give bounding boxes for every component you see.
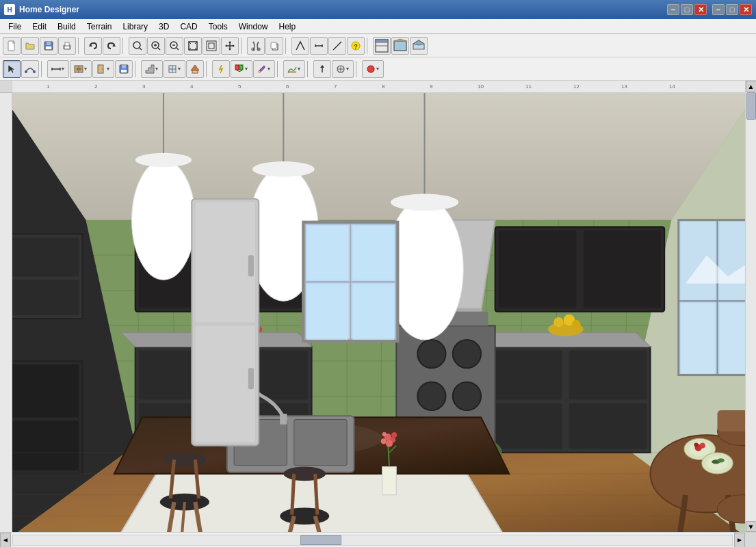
scroll-thumb-vertical[interactable] <box>746 92 756 120</box>
electrical-button[interactable] <box>212 60 230 78</box>
svg-rect-40 <box>394 41 406 51</box>
save-button[interactable] <box>40 37 57 55</box>
svg-rect-63 <box>192 70 198 73</box>
scroll-track-horizontal[interactable] <box>12 535 733 546</box>
scroll-track-vertical[interactable] <box>746 92 756 521</box>
svg-marker-62 <box>191 65 199 70</box>
stairs-button[interactable]: ▼ <box>141 60 163 78</box>
undo-button[interactable] <box>84 37 102 55</box>
move-up-button[interactable] <box>313 60 331 78</box>
svg-point-188 <box>135 153 192 168</box>
zoom-fit-button[interactable] <box>203 37 220 55</box>
separator-4 <box>285 38 289 54</box>
separator-1 <box>78 38 82 54</box>
arrow-button[interactable] <box>291 37 309 55</box>
measure-button[interactable] <box>310 37 328 55</box>
scroll-up-button[interactable]: ▲ <box>746 81 757 92</box>
svg-rect-199 <box>307 226 348 280</box>
elevation-button[interactable] <box>391 37 409 55</box>
svg-rect-2 <box>47 42 51 45</box>
svg-rect-57 <box>122 65 126 68</box>
cabinet-button[interactable]: ▼ <box>70 60 92 78</box>
menu-edit[interactable]: Edit <box>27 21 52 33</box>
menu-window[interactable]: Window <box>233 21 274 33</box>
svg-point-52 <box>77 68 78 70</box>
minimize-button[interactable]: − <box>712 4 725 15</box>
pan-button[interactable] <box>221 37 239 55</box>
menu-bar: File Edit Build Terrain Library 3D CAD T… <box>0 19 756 34</box>
menu-build[interactable]: Build <box>52 21 81 33</box>
svg-rect-108 <box>681 303 716 373</box>
zoom-in-button[interactable] <box>147 37 165 55</box>
svg-rect-123 <box>499 230 576 308</box>
zoom-out-button[interactable] <box>166 37 183 55</box>
svg-point-191 <box>252 161 315 177</box>
svg-rect-101 <box>12 421 79 470</box>
inner-maximize-button[interactable]: □ <box>681 4 693 15</box>
window-tool-button[interactable]: ▼ <box>164 60 185 78</box>
print-button[interactable] <box>58 37 76 55</box>
svg-point-215 <box>694 443 698 447</box>
open-button[interactable] <box>21 37 39 55</box>
svg-point-145 <box>553 317 563 327</box>
menu-3d[interactable]: 3D <box>153 21 174 33</box>
scroll-right-button[interactable]: ► <box>734 533 745 548</box>
canvas-area[interactable]: 1 2 3 4 5 6 7 8 9 10 11 12 13 14 <box>12 81 745 532</box>
svg-rect-124 <box>584 230 661 308</box>
svg-rect-163 <box>382 467 397 495</box>
svg-marker-72 <box>12 93 745 220</box>
svg-point-187 <box>132 160 196 280</box>
3d-scene: SM <box>12 93 745 532</box>
svg-rect-202 <box>352 284 394 339</box>
svg-point-151 <box>453 340 481 368</box>
scroll-down-button[interactable]: ▼ <box>746 521 757 532</box>
record-button[interactable]: ▼ <box>362 60 384 78</box>
menu-terrain[interactable]: Terrain <box>81 21 118 33</box>
select-tool-button[interactable] <box>3 60 21 78</box>
svg-rect-139 <box>484 350 562 399</box>
transform-button[interactable]: ▼ <box>332 60 354 78</box>
line-button[interactable] <box>328 37 346 55</box>
scroll-thumb-horizontal[interactable] <box>300 535 341 545</box>
save-tool-button[interactable] <box>115 60 133 78</box>
menu-help[interactable]: Help <box>273 21 301 33</box>
close-button[interactable]: ✕ <box>740 4 752 15</box>
toolbar-2: ▼ ▼ ▼ ▼ ▼ ▼ ▼ ▼ <box>0 57 756 81</box>
inner-close-button[interactable]: ✕ <box>694 4 707 15</box>
svg-point-183 <box>283 467 326 481</box>
menu-cad[interactable]: CAD <box>174 21 203 33</box>
svg-rect-100 <box>12 364 79 417</box>
menu-library[interactable]: Library <box>117 21 153 33</box>
roof-button[interactable] <box>186 60 204 78</box>
copy-button[interactable] <box>265 37 283 55</box>
bottom-bar: ◄ ► <box>0 532 756 547</box>
scroll-left-button[interactable]: ◄ <box>0 533 11 548</box>
svg-line-16 <box>177 48 179 50</box>
terrain-tool-button[interactable]: ▼ <box>283 60 305 78</box>
fit-window-button[interactable] <box>184 37 202 55</box>
menu-file[interactable]: File <box>3 21 27 33</box>
svg-point-217 <box>718 458 725 462</box>
redo-button[interactable] <box>103 37 120 55</box>
dimension-button[interactable]: ▼ <box>47 60 69 78</box>
floor-plan-button[interactable] <box>373 37 391 55</box>
maximize-button[interactable]: □ <box>726 4 738 15</box>
cut-button[interactable] <box>247 37 265 55</box>
separator-t2-3 <box>206 61 210 77</box>
separator-3 <box>241 38 245 54</box>
svg-line-184 <box>292 474 294 515</box>
svg-point-147 <box>572 320 580 328</box>
eyedropper-button[interactable]: ▼ <box>253 60 275 78</box>
door-button[interactable]: ▼ <box>92 60 114 78</box>
svg-point-46 <box>33 70 36 73</box>
status-corner <box>745 533 756 548</box>
perspective-button[interactable] <box>410 37 428 55</box>
new-button[interactable] <box>3 37 21 55</box>
paint-button[interactable]: ▼ <box>231 60 252 78</box>
help-button[interactable]: ? <box>347 37 365 55</box>
inner-minimize-button[interactable]: − <box>667 4 679 15</box>
zoom-realtime-button[interactable] <box>129 37 146 55</box>
edit-bezier-button[interactable] <box>21 60 39 78</box>
separator-2 <box>122 38 127 54</box>
menu-tools[interactable]: Tools <box>203 21 233 33</box>
